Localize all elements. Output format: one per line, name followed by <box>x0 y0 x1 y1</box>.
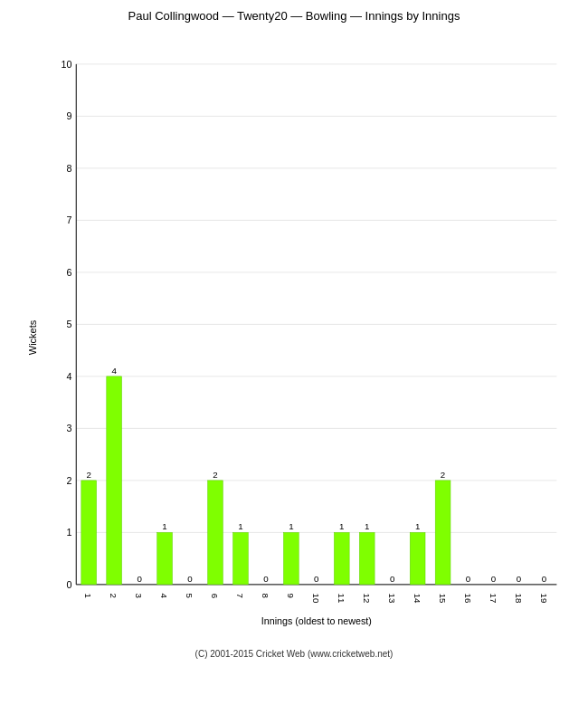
svg-text:2: 2 <box>66 475 71 486</box>
svg-rect-27 <box>107 376 122 585</box>
svg-text:5: 5 <box>66 319 71 329</box>
svg-rect-45 <box>283 532 299 585</box>
svg-text:0: 0 <box>314 574 319 584</box>
svg-text:3: 3 <box>134 594 144 598</box>
svg-text:16: 16 <box>463 594 473 604</box>
svg-text:8: 8 <box>66 163 71 174</box>
svg-rect-37 <box>208 481 223 585</box>
svg-rect-53 <box>359 532 375 585</box>
svg-text:1: 1 <box>289 521 293 531</box>
chart-area: Wickets 01234567891021420314052617081901… <box>50 30 570 645</box>
svg-text:1: 1 <box>162 521 166 531</box>
svg-text:8: 8 <box>261 594 270 598</box>
svg-text:3: 3 <box>66 423 71 433</box>
svg-text:1: 1 <box>83 594 93 598</box>
svg-text:0: 0 <box>466 574 471 584</box>
svg-rect-50 <box>334 532 349 585</box>
svg-text:2: 2 <box>213 470 217 480</box>
svg-text:0: 0 <box>66 579 71 590</box>
chart-svg: 0123456789102142031405261708190101111120… <box>50 30 570 645</box>
svg-text:19: 19 <box>539 594 549 604</box>
svg-rect-58 <box>410 532 425 585</box>
svg-text:1: 1 <box>415 521 420 531</box>
svg-text:11: 11 <box>337 594 346 604</box>
svg-text:10: 10 <box>61 59 71 70</box>
svg-text:0: 0 <box>137 574 142 584</box>
svg-text:0: 0 <box>187 574 193 584</box>
svg-text:1: 1 <box>365 521 369 531</box>
svg-text:2: 2 <box>87 470 91 480</box>
svg-text:9: 9 <box>66 110 71 121</box>
svg-rect-32 <box>157 532 173 585</box>
y-axis-label: Wickets <box>27 320 38 356</box>
svg-text:4: 4 <box>159 594 169 599</box>
svg-text:17: 17 <box>488 594 498 604</box>
svg-text:6: 6 <box>210 594 220 598</box>
svg-text:4: 4 <box>66 371 71 382</box>
svg-text:5: 5 <box>185 594 194 598</box>
svg-text:7: 7 <box>66 214 71 225</box>
svg-text:1: 1 <box>238 521 242 531</box>
svg-text:1: 1 <box>66 527 71 538</box>
svg-text:2: 2 <box>441 470 445 480</box>
svg-text:4: 4 <box>111 366 117 376</box>
svg-rect-61 <box>435 481 450 585</box>
svg-text:0: 0 <box>517 574 522 584</box>
svg-text:12: 12 <box>362 594 372 604</box>
svg-text:7: 7 <box>235 594 245 598</box>
svg-rect-24 <box>81 481 97 585</box>
chart-container: Paul Collingwood — Twenty20 — Bowling — … <box>0 0 588 724</box>
svg-text:2: 2 <box>109 594 119 598</box>
svg-text:0: 0 <box>542 574 547 584</box>
svg-text:9: 9 <box>286 594 296 598</box>
svg-text:0: 0 <box>390 574 395 584</box>
footer: (C) 2001-2015 Cricket Web (www.cricketwe… <box>9 649 579 659</box>
svg-rect-40 <box>233 532 249 585</box>
svg-text:14: 14 <box>413 594 422 604</box>
svg-text:0: 0 <box>263 574 269 584</box>
svg-text:13: 13 <box>387 594 397 604</box>
svg-text:0: 0 <box>491 574 497 584</box>
svg-text:6: 6 <box>66 267 71 278</box>
svg-text:Innings (oldest to newest): Innings (oldest to newest) <box>261 615 372 626</box>
chart-title: Paul Collingwood — Twenty20 — Bowling — … <box>9 9 579 23</box>
svg-text:18: 18 <box>514 594 524 604</box>
svg-text:10: 10 <box>311 594 321 604</box>
svg-text:15: 15 <box>438 594 448 604</box>
svg-text:1: 1 <box>339 521 344 531</box>
